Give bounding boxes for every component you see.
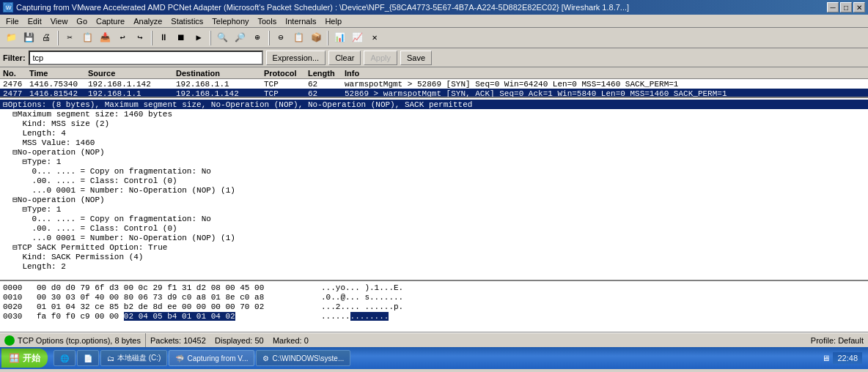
toolbar-button-16[interactable]: 📦 bbox=[308, 30, 324, 46]
toolbar-button-13[interactable]: ⊕ bbox=[249, 30, 265, 46]
detail-text: 0... .... = Copy on fragmentation: No bbox=[32, 167, 211, 176]
detail-indent bbox=[3, 157, 22, 166]
toolbar-button-5[interactable]: 📥 bbox=[97, 30, 113, 46]
status-bar: TCP Options (tcp.options), 8 bytes Packe… bbox=[0, 332, 868, 347]
detail-line[interactable]: .00. .... = Class: Control (0) bbox=[0, 176, 868, 185]
detail-line[interactable]: ⊟ Type: 1 bbox=[0, 157, 868, 166]
packet-info: warmspotMgmt > 52869 [SYN] Seq=0 Win=642… bbox=[345, 80, 868, 89]
hex-ascii: .0..@... s....... bbox=[321, 293, 403, 302]
detail-line[interactable]: 0... .... = Copy on fragmentation: No bbox=[0, 214, 868, 223]
hex-line: 0000 00 d0 d0 79 6f d3 00 0c 29 f1 31 d2… bbox=[3, 283, 865, 292]
detail-indent bbox=[3, 243, 12, 252]
menu-item-view[interactable]: View bbox=[46, 15, 73, 27]
packet-len: 62 bbox=[308, 89, 345, 98]
packet-src: 192.168.1.1 bbox=[88, 89, 176, 98]
packet-rows: 2476 1416.75340 192.168.1.142 192.168.1.… bbox=[0, 79, 868, 98]
toolbar-button-15[interactable]: 📋 bbox=[290, 30, 306, 46]
detail-line[interactable]: ⊟ Options: (8 bytes), Maximum segment si… bbox=[0, 100, 868, 109]
detail-expand-btn[interactable]: ⊟ bbox=[22, 157, 27, 166]
detail-indent bbox=[3, 205, 22, 214]
detail-line[interactable]: .00. .... = Class: Control (0) bbox=[0, 223, 868, 233]
toolbar-button-3[interactable]: ✂ bbox=[62, 30, 78, 46]
detail-line[interactable]: 0... .... = Copy on fragmentation: No bbox=[0, 166, 868, 176]
toolbar-button-18[interactable]: 📈 bbox=[349, 30, 365, 46]
toolbar-button-2[interactable]: 🖨 bbox=[38, 30, 54, 46]
menu-item-help[interactable]: Help bbox=[320, 15, 346, 27]
toolbar-button-0[interactable]: 📁 bbox=[3, 30, 19, 46]
taskbar-item-drive[interactable]: 🗂 本地磁盘 (C:) bbox=[100, 350, 167, 366]
detail-line[interactable]: Length: 2 bbox=[0, 261, 868, 271]
start-button[interactable]: 🪟 开始 bbox=[1, 349, 48, 368]
toolbar-button-11[interactable]: 🔍 bbox=[214, 30, 230, 46]
taskbar-item-explorer[interactable]: 📄 bbox=[77, 350, 99, 366]
clear-button[interactable]: Clear bbox=[328, 51, 361, 65]
taskbar-item-ie[interactable]: 🌐 bbox=[54, 350, 76, 366]
packet-row[interactable]: 2476 1416.75340 192.168.1.142 192.168.1.… bbox=[0, 79, 868, 89]
toolbar-button-7[interactable]: ↪ bbox=[132, 30, 148, 46]
detail-line[interactable]: ⊟ Maximum segment size: 1460 bytes bbox=[0, 109, 868, 119]
menu-item-tools[interactable]: Tools bbox=[254, 15, 282, 27]
detail-expand-btn[interactable]: ⊟ bbox=[22, 204, 27, 214]
taskbar-right: 🖥 22:48 bbox=[817, 352, 867, 364]
detail-expand-btn[interactable]: ⊟ bbox=[12, 109, 18, 119]
menu-item-file[interactable]: File bbox=[1, 15, 23, 27]
menu-item-edit[interactable]: Edit bbox=[23, 15, 46, 27]
packet-time: 1416.75340 bbox=[29, 80, 88, 89]
detail-line[interactable]: Kind: SACK Permission (4) bbox=[0, 252, 868, 261]
hex-offset: 0030 bbox=[3, 312, 31, 321]
title-bar-left: W Capturing from VMware Accelerated AMD … bbox=[3, 2, 629, 12]
taskbar-item-cmd[interactable]: ⚙ C:\WINDOWS\syste... bbox=[256, 350, 350, 366]
detail-expand-btn[interactable]: ⊟ bbox=[3, 100, 8, 109]
hex-bytes: 01 01 04 32 ce 85 b2 de 8d ee 00 00 00 0… bbox=[37, 302, 315, 311]
save-button[interactable]: Save bbox=[400, 51, 432, 65]
menu-item-analyze[interactable]: Analyze bbox=[129, 15, 166, 27]
window-controls[interactable]: ─ □ ✕ bbox=[827, 2, 865, 12]
minimize-button[interactable]: ─ bbox=[827, 2, 839, 12]
menu-item-internals[interactable]: Internals bbox=[281, 15, 320, 27]
detail-text: Length: 2 bbox=[22, 262, 65, 271]
toolbar-button-14[interactable]: ⊖ bbox=[273, 30, 289, 46]
toolbar-button-9[interactable]: ⏹ bbox=[173, 30, 189, 46]
close-button[interactable]: ✕ bbox=[853, 2, 865, 12]
toolbar-button-4[interactable]: 📋 bbox=[79, 30, 95, 46]
toolbar-button-10[interactable]: ▶ bbox=[191, 30, 207, 46]
toolbar-separator bbox=[57, 31, 59, 45]
detail-expand-btn[interactable]: ⊟ bbox=[12, 147, 18, 157]
detail-line[interactable]: ⊟ No-operation (NOP) bbox=[0, 195, 868, 204]
toolbar-button-12[interactable]: 🔎 bbox=[232, 30, 248, 46]
packet-detail-pane: ⊟ Options: (8 bytes), Maximum segment si… bbox=[0, 98, 868, 281]
toolbar-button-6[interactable]: ↩ bbox=[114, 30, 130, 46]
detail-line[interactable]: ⊟ TCP SACK Permitted Option: True bbox=[0, 242, 868, 252]
toolbar-button-19[interactable]: ✕ bbox=[367, 30, 383, 46]
detail-line[interactable]: MSS Value: 1460 bbox=[0, 138, 868, 147]
menu-item-capture[interactable]: Capture bbox=[92, 15, 129, 27]
network-icon: 🖥 bbox=[822, 354, 830, 362]
menu-item-go[interactable]: Go bbox=[72, 15, 92, 27]
menu-item-telephony[interactable]: Telephony bbox=[207, 15, 253, 27]
expression-button[interactable]: Expression... bbox=[266, 51, 326, 65]
menu-item-statistics[interactable]: Statistics bbox=[166, 15, 207, 27]
hex-ascii: .............. bbox=[321, 312, 389, 321]
apply-button[interactable]: Apply bbox=[364, 51, 397, 65]
hex-bytes: 00 30 03 0f 40 00 80 06 73 d9 c0 a8 01 8… bbox=[37, 293, 315, 302]
detail-expand-btn[interactable]: ⊟ bbox=[12, 195, 18, 204]
detail-line[interactable]: ⊟ No-operation (NOP) bbox=[0, 147, 868, 157]
hex-ascii: ...yo... ).1...E. bbox=[321, 283, 403, 292]
detail-line[interactable]: Kind: MSS size (2) bbox=[0, 119, 868, 128]
packet-row[interactable]: 2477 1416.81542 192.168.1.1 192.168.1.14… bbox=[0, 89, 868, 98]
detail-expand-btn[interactable]: ⊟ bbox=[12, 242, 18, 252]
toolbar-button-17[interactable]: 📊 bbox=[331, 30, 347, 46]
detail-line[interactable]: Length: 4 bbox=[0, 128, 868, 138]
drive-icon: 🗂 bbox=[107, 354, 114, 362]
maximize-button[interactable]: □ bbox=[840, 2, 852, 12]
toolbar-button-1[interactable]: 💾 bbox=[21, 30, 37, 46]
packet-dst: 192.168.1.142 bbox=[176, 89, 264, 98]
detail-line[interactable]: ...0 0001 = Number: No-Operation (NOP) (… bbox=[0, 233, 868, 242]
toolbar-separator bbox=[151, 31, 152, 45]
detail-line[interactable]: ...0 0001 = Number: No-Operation (NOP) (… bbox=[0, 185, 868, 195]
detail-line[interactable]: ⊟ Type: 1 bbox=[0, 204, 868, 214]
detail-text: 0... .... = Copy on fragmentation: No bbox=[32, 215, 211, 223]
toolbar-button-8[interactable]: ⏸ bbox=[155, 30, 172, 46]
taskbar-item-wireshark[interactable]: 🦈 Capturing from V... bbox=[169, 350, 254, 366]
filter-input[interactable] bbox=[29, 51, 263, 65]
